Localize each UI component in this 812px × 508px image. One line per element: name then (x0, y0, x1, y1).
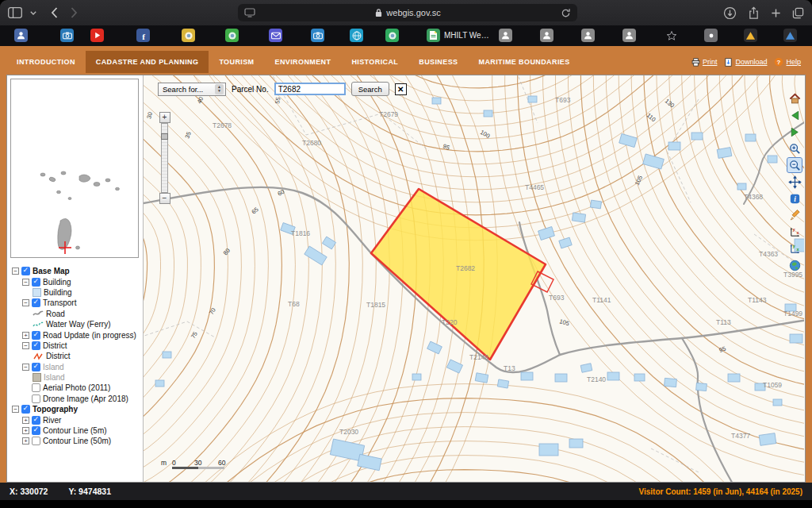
layer-aerial-photo-2011-[interactable]: Aerial Photo (2011) (9, 383, 143, 393)
tab-environment[interactable]: ENVIRONMENT (265, 51, 342, 73)
reload-icon[interactable] (561, 8, 571, 18)
profile-bookmark[interactable] (14, 29, 28, 42)
layer-checkbox[interactable] (32, 298, 40, 307)
layer-building[interactable]: −Building (9, 276, 143, 287)
identify-icon[interactable]: i (787, 191, 802, 206)
tab-maritime-boundaries[interactable]: MARITIME BOUNDARIES (468, 51, 580, 73)
layer-checkbox[interactable] (32, 416, 40, 425)
help-link[interactable]: ?Help (774, 57, 801, 67)
drive-bookmark-1[interactable] (744, 29, 757, 42)
layer-checkbox[interactable] (32, 363, 40, 371)
zoom-out-icon[interactable] (787, 158, 802, 172)
green-circle-bookmark[interactable] (225, 29, 239, 42)
collapse-icon[interactable]: − (22, 279, 29, 286)
layer-drone-image-apr-2018-[interactable]: Drone Image (Apr 2018) (9, 394, 143, 404)
sidebar-toggle-icon[interactable] (8, 7, 22, 18)
drive-bookmark-2[interactable] (783, 29, 797, 42)
next-extent-icon[interactable] (787, 125, 802, 139)
globe-bookmark[interactable] (350, 29, 363, 42)
layer-building[interactable]: Building (9, 287, 143, 298)
previous-extent-icon[interactable] (787, 108, 802, 122)
layer-topography[interactable]: −Topography (9, 404, 143, 414)
new-tab-icon[interactable] (771, 8, 781, 18)
layer-river[interactable]: +River (9, 414, 143, 425)
tab-business[interactable]: BUSINESS (408, 51, 468, 73)
address-bar[interactable]: webgis.gov.sc (238, 4, 577, 21)
layer-checkbox[interactable] (32, 437, 40, 445)
downloads-icon[interactable] (723, 6, 737, 20)
zoom-in-button[interactable]: + (159, 112, 170, 123)
zoom-thumb[interactable] (161, 133, 168, 140)
collapse-icon[interactable]: − (22, 342, 29, 349)
layer-island[interactable]: −Island (9, 362, 143, 372)
mhilt-bookmark[interactable]: MHILT We… (427, 29, 489, 42)
layer-checkbox[interactable] (32, 394, 40, 403)
tab-historical[interactable]: HISTORICAL (341, 51, 408, 73)
collapse-icon[interactable]: − (12, 267, 19, 275)
collapse-icon[interactable]: − (22, 299, 29, 306)
page-settings-icon[interactable] (244, 8, 255, 17)
zoom-out-button[interactable]: − (159, 193, 170, 204)
layer-water-way-ferry-[interactable]: Water Way (Ferry) (9, 319, 143, 329)
layers-globe-icon[interactable] (787, 258, 802, 272)
layer-island[interactable]: Island (9, 372, 143, 383)
zoom-in-icon[interactable] (787, 141, 802, 156)
mail-bookmark[interactable] (269, 29, 282, 42)
youtube-bookmark[interactable] (90, 29, 104, 42)
expand-icon[interactable]: + (22, 427, 29, 434)
forward-icon[interactable] (71, 7, 78, 18)
back-icon[interactable] (51, 7, 58, 18)
tab-overview-icon[interactable] (792, 7, 804, 19)
parcel-no-input[interactable] (274, 83, 346, 95)
person-bookmark-3[interactable] (581, 29, 595, 42)
overview-map[interactable] (10, 79, 139, 258)
collapse-icon[interactable]: − (12, 406, 19, 413)
search-button[interactable]: Search (351, 82, 389, 96)
layer-checkbox[interactable] (21, 405, 30, 414)
search-for-select[interactable]: Search for... ▲▼ (158, 83, 226, 96)
share-icon[interactable] (748, 6, 760, 20)
browser-bookmark[interactable] (182, 29, 195, 42)
sphere-bookmark[interactable] (385, 29, 399, 42)
draw-icon[interactable] (787, 208, 802, 222)
layer-road[interactable]: Road (9, 309, 143, 319)
zoom-track[interactable] (161, 123, 168, 193)
expand-icon[interactable]: + (22, 332, 29, 339)
star-bookmark[interactable] (665, 29, 678, 42)
layer-district[interactable]: District (9, 351, 143, 361)
map-viewport[interactable]: T2678T2680T2679T693T4465T4368T1816T2682T… (144, 75, 805, 482)
expand-icon[interactable]: + (22, 417, 29, 424)
expand-icon[interactable]: + (22, 437, 29, 444)
download-link[interactable]: Download (724, 58, 767, 67)
layer-base-map[interactable]: −Base Map (9, 266, 143, 276)
xy-tool-2-icon[interactable]: xy (787, 241, 802, 256)
collapse-icon[interactable]: − (22, 364, 29, 371)
camera-bookmark[interactable] (60, 29, 74, 42)
layer-checkbox[interactable] (32, 341, 40, 350)
person-bookmark-4[interactable] (622, 29, 636, 42)
layer-checkbox[interactable] (32, 278, 40, 287)
layer-road-update-in-progress-[interactable]: +Road Update (in progress) (9, 329, 143, 340)
print-link[interactable]: Print (691, 58, 718, 67)
person-bookmark-1[interactable] (499, 29, 512, 42)
tab-introduction[interactable]: INTRODUCTION (6, 51, 86, 73)
person-bookmark-2[interactable] (540, 29, 553, 42)
photos-bookmark[interactable] (311, 29, 324, 42)
home-icon[interactable] (787, 91, 802, 106)
layer-checkbox[interactable] (32, 426, 40, 435)
chevron-down-icon[interactable] (30, 11, 36, 15)
tab-cadastre-and-planning[interactable]: CADASTRE AND PLANNING (86, 51, 209, 73)
layer-contour-line-50m-[interactable]: +Contour Line (50m) (9, 436, 143, 446)
pan-icon[interactable] (787, 175, 802, 189)
layer-district[interactable]: −District (9, 341, 143, 351)
tab-tourism[interactable]: TOURISM (209, 51, 264, 73)
layer-checkbox[interactable] (21, 267, 30, 275)
layer-checkbox[interactable] (32, 331, 40, 340)
facebook-bookmark[interactable]: f (136, 29, 150, 42)
close-search-icon[interactable]: ✕ (395, 83, 407, 95)
layer-contour-line-5m-[interactable]: +Contour Line (5m) (9, 425, 143, 436)
layer-checkbox[interactable] (32, 383, 40, 392)
app-bookmark[interactable] (704, 29, 718, 42)
layer-transport[interactable]: −Transport (9, 298, 143, 308)
xy-tool-icon[interactable]: xy (787, 225, 802, 239)
